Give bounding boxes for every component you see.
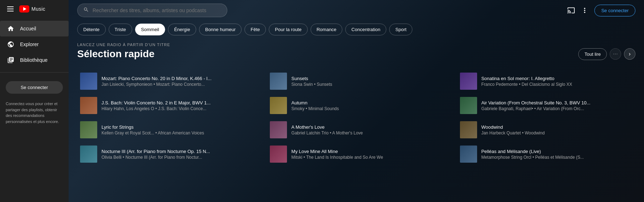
track-thumbnail [80,121,97,138]
track-artist: Franco Pedemonte • Del Clasicismo al Sig… [481,82,572,87]
tout-lire-button[interactable]: Tout lire [578,48,607,60]
logo[interactable]: Music [19,5,45,13]
track-item[interactable]: Air Variation (From Orchestral Suite No.… [457,94,635,117]
mood-tabs: DétenteTristeSommeilÉnergieBonne humeurF… [69,21,644,40]
track-info: Lyric for StringsKellen Gray et Royal Sc… [101,124,204,136]
track-item[interactable]: My Love Mine All MineMitski • The Land I… [267,143,445,166]
track-artist: Hilary Hahn, Los Angeles O • J.S. Bach: … [101,106,210,111]
track-title: Sunsets [291,76,332,81]
topbar-right: Se connecter [567,5,635,16]
track-item[interactable]: Lyric for StringsKellen Gray et Royal Sc… [77,118,256,141]
track-thumbnail [270,97,287,114]
track-artist: Gabriele Bagnati, Raphael• • Air Variati… [481,106,590,111]
main-content: Se connecter DétenteTristeSommeilÉnergie… [69,0,644,202]
track-info: A Mother's LoveGabriel Latchin Trio • A … [291,124,363,136]
track-info: WoodwindJan Harbeck Quartet • Woodwind [481,124,545,136]
track-info: Pelléas and Mélisande (Live)Metamorphose… [481,149,584,160]
track-title: Air Variation (From Orchestral Suite No.… [481,100,590,105]
track-artist: Mitski • The Land Is Inhospitable and So… [291,155,383,160]
track-artist: Olivia Belli • Nocturne III (Arr. for Pi… [101,155,210,160]
track-artist: Smoky • Minimal Sounds [291,106,339,111]
track-title: Autumn [291,100,339,105]
track-artist: Siona Swin • Sunsets [291,82,332,87]
track-artist: Metamorphose String Orcl • Pelléas et Mé… [481,155,584,160]
track-thumbnail [270,146,287,163]
track-item[interactable]: Mozart: Piano Concerto No. 20 in D Minor… [77,70,256,93]
track-title: Nocturne III (Arr. for Piano from Noctur… [101,149,210,154]
track-thumbnail [80,73,97,90]
track-item[interactable]: AutumnSmoky • Minimal Sounds [267,94,445,117]
sidebar-header: Music [0,0,69,18]
track-title: Sonatina en Sol menor: I. Allegretto [481,76,572,81]
search-input[interactable] [93,8,221,13]
track-item[interactable]: SunsetsSiona Swin • Sunsets [267,70,445,93]
search-box[interactable] [77,4,227,17]
track-item[interactable]: Nocturne III (Arr. for Piano from Noctur… [77,143,256,166]
track-title: J.S. Bach: Violin Concerto No. 2 in E Ma… [101,100,210,105]
track-item[interactable]: WoodwindJan Harbeck Quartet • Woodwind [457,118,635,141]
track-item[interactable]: Sonatina en Sol menor: I. AllegrettoFran… [457,70,635,93]
track-title: A Mother's Love [291,124,363,130]
track-item[interactable]: J.S. Bach: Violin Concerto No. 2 in E Ma… [77,94,256,117]
youtube-logo-icon [19,5,29,13]
sidebar-item-explorer[interactable]: Explorer [0,36,69,52]
track-title: Mozart: Piano Concerto No. 20 in D Minor… [101,76,212,81]
mood-tab-triste[interactable]: Triste [109,24,132,35]
section-title: Sélection rapide [77,48,170,60]
track-info: AutumnSmoky • Minimal Sounds [291,100,339,111]
mood-tab-fete[interactable]: Fête [244,24,266,35]
track-info: SunsetsSiona Swin • Sunsets [291,76,332,87]
content-area: LANCEZ UNE RADIO À PARTIR D'UN TITRE Sél… [69,40,644,202]
track-info: Mozart: Piano Concerto No. 20 in D Minor… [101,76,212,87]
track-item[interactable]: Pelléas and Mélisande (Live)Metamorphose… [457,143,635,166]
mood-tab-sport[interactable]: Sport [389,24,412,35]
prev-arrow[interactable]: ··· [610,48,621,60]
track-grid: Mozart: Piano Concerto No. 20 in D Minor… [77,70,635,166]
track-artist: Gabriel Latchin Trio • A Mother's Love [291,130,363,136]
track-thumbnail [80,146,97,163]
track-title: Lyric for Strings [101,124,204,130]
track-thumbnail [460,146,477,163]
track-thumbnail [270,121,287,138]
explore-icon [7,41,14,48]
mood-tab-romance[interactable]: Romance [311,24,343,35]
track-thumbnail [460,121,477,138]
track-title: Pelléas and Mélisande (Live) [481,149,584,154]
track-thumbnail [460,97,477,114]
connect-description: Connectez-vous pour créer et partager de… [0,98,69,127]
sidebar-label-explorer: Explorer [20,41,39,47]
sidebar-item-bibliotheque[interactable]: Bibliothèque [0,52,69,68]
mood-tab-energie[interactable]: Énergie [168,24,196,35]
sidebar-label-accueil: Accueil [20,26,36,31]
nav-items: Accueil Explorer Bibliothèque [0,21,69,68]
next-arrow[interactable]: › [624,48,635,60]
mood-tab-sommeil[interactable]: Sommeil [135,24,165,35]
search-icon [83,7,89,14]
track-item[interactable]: A Mother's LoveGabriel Latchin Trio • A … [267,118,445,141]
track-thumbnail [460,73,477,90]
cast-icon[interactable] [567,6,575,14]
mood-tab-pour-la-route[interactable]: Pour la route [269,24,307,35]
sidebar: Music Accueil Explorer Bibliothèque Se c… [0,0,69,202]
track-artist: Jan Harbeck Quartet • Woodwind [481,130,545,136]
mood-tab-bonne-humeur[interactable]: Bonne humeur [199,24,242,35]
sidebar-divider [0,72,69,73]
track-info: J.S. Bach: Violin Concerto No. 2 in E Ma… [101,100,210,111]
section-header: LANCEZ UNE RADIO À PARTIR D'UN TITRE Sél… [77,43,635,65]
logo-text: Music [31,6,45,11]
track-artist: Jan Lisiecki, Symphonieon • Mozart: Pian… [101,82,212,87]
signin-button[interactable]: Se connecter [594,5,635,16]
sidebar-label-bibliotheque: Bibliothèque [20,57,48,63]
connect-button[interactable]: Se connecter [6,81,63,94]
track-info: My Love Mine All MineMitski • The Land I… [291,149,383,160]
more-options-icon[interactable] [581,6,589,14]
menu-icon[interactable] [6,5,15,13]
section-subtitle: LANCEZ UNE RADIO À PARTIR D'UN TITRE [77,43,170,47]
track-thumbnail [80,97,97,114]
sidebar-item-accueil[interactable]: Accueil [0,21,69,36]
mood-tab-concentration[interactable]: Concentration [345,24,386,35]
section-titles: LANCEZ UNE RADIO À PARTIR D'UN TITRE Sél… [77,43,170,65]
topbar: Se connecter [69,0,644,21]
track-title: My Love Mine All Mine [291,149,383,154]
mood-tab-detente[interactable]: Détente [77,24,106,35]
